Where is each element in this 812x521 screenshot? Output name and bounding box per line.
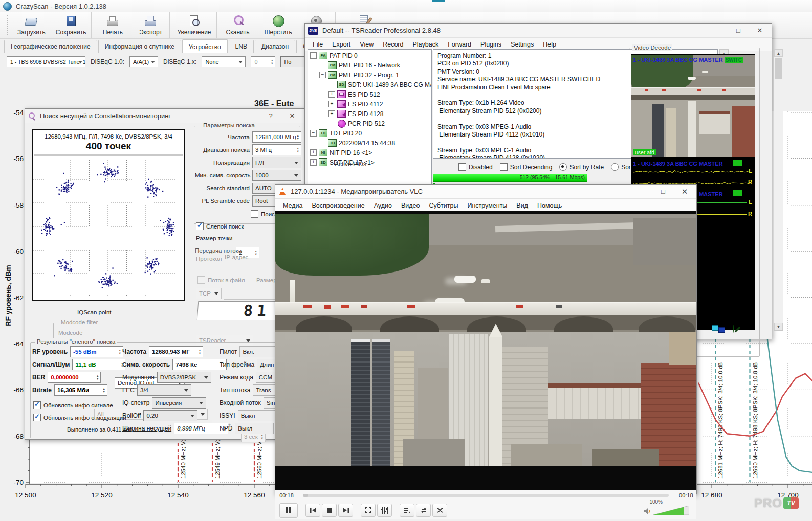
tab[interactable]: Устройство — [182, 39, 228, 53]
toolbar-button[interactable]: Сканить — [219, 12, 257, 38]
update-signal-checkbox[interactable] — [33, 401, 41, 409]
tree-expander[interactable]: + — [310, 149, 317, 156]
close-button[interactable]: ✕ — [676, 187, 693, 196]
tree-item[interactable]: + ES PID 4112 — [308, 99, 431, 109]
tree-expander[interactable]: − — [310, 52, 317, 59]
tsreader-titlebar[interactable]: DVB Default -- TSReader Professional 2.8… — [305, 24, 772, 38]
menu-item[interactable]: Help — [538, 39, 561, 50]
diseqc10-select[interactable]: A/A(1) — [129, 56, 158, 67]
blind-search-checkbox[interactable] — [196, 222, 204, 230]
tree-item[interactable]: − PA PAT PID 0 — [308, 51, 431, 60]
playlist-button[interactable] — [400, 504, 414, 517]
previous-button[interactable] — [305, 504, 320, 517]
menu-item[interactable]: File — [308, 39, 327, 50]
menu-item[interactable]: Record — [378, 39, 408, 50]
next-button[interactable] — [338, 504, 353, 517]
maximize-button[interactable]: □ — [730, 27, 747, 34]
blind-search-row[interactable]: Слепой поиск — [196, 222, 244, 230]
tab[interactable]: Географическое положение — [4, 40, 97, 53]
result-field[interactable]: 11,1 dB — [72, 359, 125, 370]
shuffle-button[interactable] — [432, 504, 447, 517]
menu-item[interactable]: View — [355, 39, 378, 50]
toolbar-grip[interactable] — [7, 15, 10, 35]
search-checkbox[interactable] — [251, 210, 258, 218]
seek-slider[interactable] — [303, 494, 669, 497]
search-checkbox-row[interactable]: Поиск — [251, 210, 277, 218]
result-field[interactable]: 3/4 — [137, 384, 191, 396]
menu-item[interactable]: Инструменты — [463, 200, 512, 211]
toolbar-button[interactable]: Сохранить — [51, 12, 92, 38]
result-field[interactable]: Инверсия — [152, 397, 206, 409]
result-field[interactable]: 16,305 Мби — [54, 384, 107, 396]
tree-item[interactable]: − PM PMT PID 32 - Progr. 1 — [308, 70, 431, 80]
param-field[interactable]: 1000 — [252, 170, 301, 181]
param-field[interactable]: 12681,000 МГц — [252, 131, 301, 143]
tree-item[interactable]: + ES PID 4128 — [308, 109, 431, 119]
position-spinner[interactable]: 0 — [251, 56, 275, 67]
update-modulation-checkbox[interactable] — [33, 414, 41, 421]
scroll-up-icon[interactable]: ▲ — [774, 49, 783, 57]
tuner-select[interactable]: 1 - TBS 6908 DVBS/S2 Tuner 1 — [7, 56, 85, 67]
toolbar-button[interactable]: Увеличение — [172, 12, 216, 38]
minimize-button[interactable]: — — [633, 188, 650, 195]
tree-item[interactable]: PCR PID 512 — [308, 119, 431, 128]
dialog-titlebar[interactable]: Поиск несущей и Constellation-мониторинг… — [25, 109, 304, 123]
menu-item[interactable]: Субтитры — [424, 200, 463, 211]
update-modulation-row[interactable]: Обновлять инфо о модуляции — [33, 414, 126, 421]
menu-item[interactable]: Видео — [397, 200, 425, 211]
tab[interactable]: Информация о спутнике — [98, 40, 181, 53]
pause-button[interactable] — [279, 503, 298, 518]
tree-item[interactable]: + NI NIT PID 16 <1> — [308, 148, 431, 157]
tree-item[interactable]: TD 2022/09/14 15:44:38 — [308, 138, 431, 148]
scrollbar-thumb[interactable] — [775, 58, 782, 79]
toolbar-button[interactable]: Шерстить — [259, 12, 297, 38]
menu-item[interactable]: Аудио — [369, 200, 397, 211]
sort-control-mark[interactable] — [500, 163, 508, 171]
tree-expander[interactable]: − — [319, 72, 326, 78]
stop-button[interactable] — [322, 504, 337, 517]
menu-item[interactable]: Plugins — [476, 39, 506, 50]
toolbar-button[interactable]: Печать — [94, 12, 131, 38]
vlc-titlebar[interactable]: 127.0.0.1:1234 - Медиапроигрыватель VLC … — [275, 185, 696, 199]
stream-to-file-checkbox[interactable] — [197, 276, 205, 284]
effects-button[interactable] — [377, 504, 392, 517]
sort-control-mark[interactable] — [611, 163, 619, 171]
sort-control[interactable]: Sort by Rate — [559, 163, 604, 171]
result-field[interactable]: 12680,943 МГ — [149, 346, 203, 357]
result-field[interactable]: 7498 Кс — [172, 359, 227, 370]
tree-item[interactable]: SD SDT: UKI-1489 3A BBC CG MAS — [308, 80, 431, 89]
sort-control-mark[interactable] — [559, 163, 567, 171]
result-field[interactable]: DVBS2/8PSK — [157, 372, 211, 383]
side-scrollbar[interactable]: ▲ ▼ — [774, 49, 783, 331]
diseqc1x-select[interactable]: None — [202, 56, 246, 67]
help-button[interactable]: ? — [262, 112, 279, 120]
sort-control[interactable]: Sort Decending — [500, 163, 553, 171]
network-status-icon[interactable] — [733, 325, 734, 332]
tree-item[interactable]: − TD TDT PID 20 — [308, 128, 431, 138]
tree-expander[interactable]: + — [328, 110, 335, 117]
menu-item[interactable]: Помощь — [533, 200, 566, 211]
sort-control-mark[interactable] — [458, 163, 466, 171]
menu-item[interactable]: Медиа — [278, 200, 307, 211]
tree-expander[interactable]: + — [328, 101, 335, 107]
minimize-button[interactable]: — — [708, 27, 726, 34]
protocol-select[interactable]: TCP — [196, 288, 222, 299]
close-button[interactable]: ✕ — [283, 112, 301, 120]
menu-item[interactable]: Export — [327, 39, 355, 50]
tree-item[interactable]: + ES PID 512 — [308, 89, 431, 99]
tree-expander[interactable]: + — [310, 159, 317, 166]
tab[interactable]: Диапазон — [255, 40, 295, 53]
param-field[interactable]: Г/Л — [252, 157, 301, 168]
toolbar-button[interactable]: Экспорт — [131, 12, 170, 38]
fullscreen-button[interactable] — [361, 504, 376, 517]
menu-item[interactable]: Forward — [443, 39, 476, 50]
stream-to-file-row[interactable]: Поток в файл — [197, 276, 245, 284]
result-field[interactable]: 0.20 — [143, 410, 197, 421]
scroll-down-icon[interactable]: ▼ — [774, 323, 783, 330]
menu-item[interactable]: Settings — [506, 39, 538, 50]
param-field[interactable]: 3 МГц — [252, 144, 301, 155]
menu-item[interactable]: Воспроизведение — [307, 200, 369, 211]
menu-item[interactable]: Playback — [408, 39, 443, 50]
maximize-button[interactable]: □ — [654, 188, 672, 195]
volume-slider[interactable] — [653, 506, 689, 515]
